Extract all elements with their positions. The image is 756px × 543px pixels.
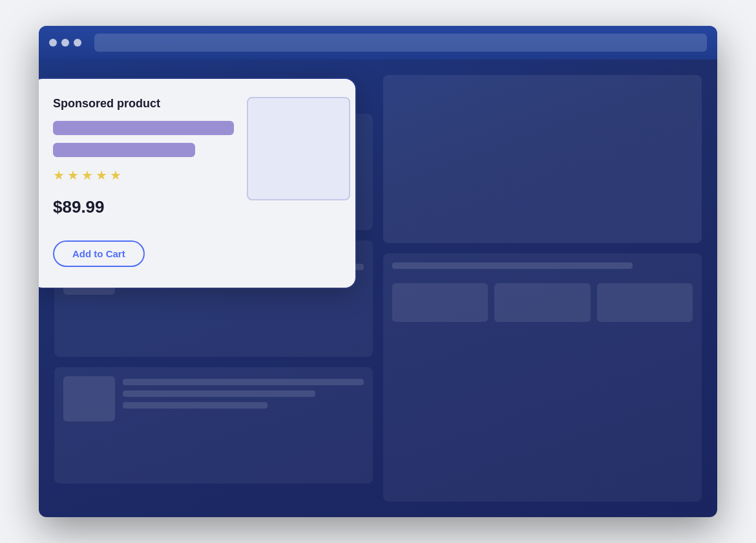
star-1: ★: [53, 167, 65, 183]
star-3: ★: [81, 167, 93, 183]
browser-toolbar: [39, 26, 717, 59]
product-card: Sponsored product ★ ★ ★ ★ ★ $89.99 Add t…: [39, 79, 355, 288]
bg-right-column: [383, 75, 702, 502]
product-price: $89.99: [53, 197, 234, 217]
sponsored-label: Sponsored product: [53, 97, 234, 111]
add-to-cart-button[interactable]: Add to Cart: [53, 240, 145, 267]
star-4: ★: [96, 167, 107, 183]
browser-dot-3: [74, 39, 81, 47]
browser-dot-1: [49, 39, 57, 47]
product-subtitle-bar: [53, 143, 195, 157]
product-title-bar: [53, 121, 234, 135]
star-2: ★: [67, 167, 79, 183]
browser-dot-2: [61, 39, 69, 47]
address-bar[interactable]: [94, 34, 707, 52]
card-header: Sponsored product ★ ★ ★ ★ ★ $89.99: [53, 97, 335, 217]
browser-content: Sponsored product ★ ★ ★ ★ ★ $89.99 Add t…: [39, 59, 717, 517]
star-5: ★: [110, 167, 121, 183]
browser-dots: [49, 39, 81, 47]
stars-container: ★ ★ ★ ★ ★: [53, 167, 234, 183]
product-image: [247, 97, 350, 200]
card-left: Sponsored product ★ ★ ★ ★ ★ $89.99: [53, 97, 234, 217]
browser-window: Sponsored product ★ ★ ★ ★ ★ $89.99 Add t…: [39, 26, 717, 517]
